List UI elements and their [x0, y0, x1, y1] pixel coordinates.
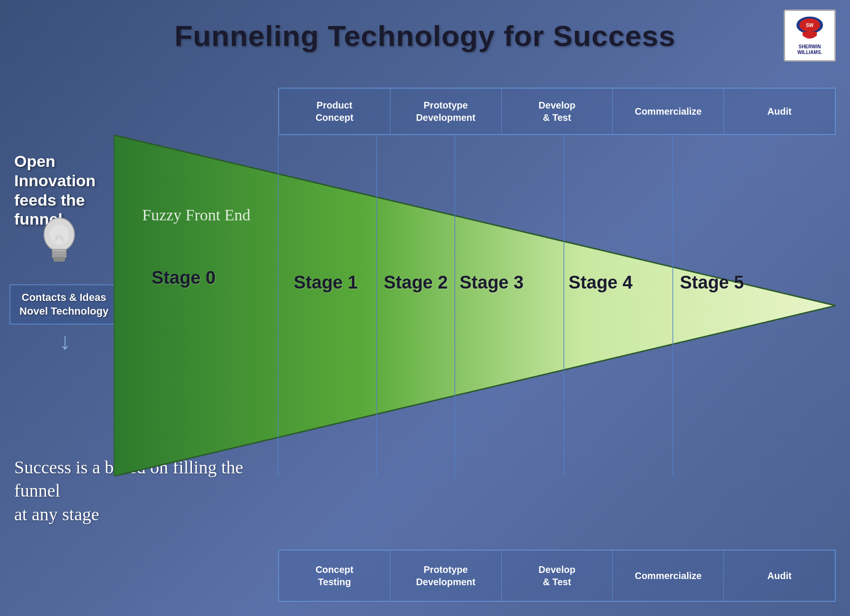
- svg-marker-10: [114, 135, 836, 476]
- bottom-header-prototype: PrototypeDevelopment: [390, 551, 502, 601]
- bottom-header-concept-testing: ConceptTesting: [279, 551, 390, 601]
- top-header-commercialize: Commercialize: [613, 89, 724, 134]
- svg-rect-9: [54, 257, 65, 262]
- top-header-develop: Develop& Test: [502, 89, 613, 134]
- arrow-down-icon: ↓: [59, 329, 71, 353]
- contacts-text: Contacts & IdeasNovel Technology: [19, 291, 109, 317]
- page-title: Funneling Technology for Success: [0, 0, 850, 53]
- top-header-prototype: PrototypeDevelopment: [390, 89, 502, 134]
- top-header-audit: Audit: [724, 89, 835, 134]
- top-header-product-concept: ProductConcept: [279, 89, 390, 134]
- top-header-table: ProductConcept PrototypeDevelopment Deve…: [278, 88, 836, 135]
- logo-line1: SHERWIN: [798, 44, 821, 49]
- bottom-header-develop: Develop& Test: [502, 551, 613, 601]
- logo-line2: WILLIAMS.: [797, 50, 822, 55]
- logo: SW SHERWIN WILLIAMS.: [784, 9, 836, 62]
- svg-rect-3: [803, 32, 817, 36]
- funnel-diagram: [114, 135, 836, 476]
- contacts-box: Contacts & IdeasNovel Technology: [9, 284, 118, 325]
- svg-text:SW: SW: [806, 23, 814, 28]
- bottom-header-audit: Audit: [724, 551, 835, 601]
- bulb-icon: [28, 213, 90, 275]
- bottom-header-commercialize: Commercialize: [613, 551, 724, 601]
- bottom-header-table: ConceptTesting PrototypeDevelopment Deve…: [278, 550, 836, 602]
- svg-point-5: [50, 224, 69, 245]
